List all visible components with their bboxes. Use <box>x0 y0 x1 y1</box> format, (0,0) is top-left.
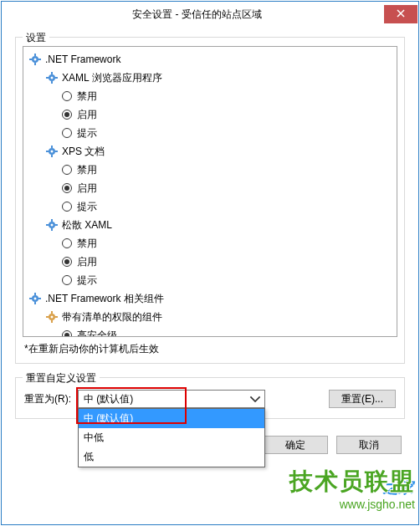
reset-combobox[interactable]: 中 (默认值) <box>78 390 265 408</box>
svg-rect-21 <box>46 224 49 226</box>
gear-icon <box>45 218 59 232</box>
svg-rect-32 <box>51 320 53 323</box>
tree-label: .NET Framework <box>45 52 120 67</box>
radio-label: 启用 <box>77 254 97 269</box>
radio-option-disable[interactable]: 禁用 <box>25 87 395 105</box>
radio-label: 提示 <box>77 199 97 214</box>
svg-rect-13 <box>51 146 53 148</box>
reset-dropdown: 中 (默认值) 中低 低 <box>78 408 265 467</box>
radio-icon <box>62 128 72 138</box>
ok-button[interactable]: 确定 <box>263 436 328 454</box>
tree-label: XPS 文档 <box>62 144 105 159</box>
window-title: 安全设置 - 受信任的站点区域 <box>10 8 384 22</box>
settings-legend: 设置 <box>23 31 49 45</box>
svg-rect-22 <box>55 224 58 226</box>
radio-option-enable[interactable]: 启用 <box>25 253 395 271</box>
svg-rect-7 <box>51 72 53 74</box>
radio-option-prompt[interactable]: 提示 <box>25 271 395 289</box>
reset-fieldset: 重置自定义设置 重置为(R): 中 (默认值) 中 (默认值) 中低 低 <box>15 377 405 419</box>
tree-label: XAML 浏览器应用程序 <box>62 70 162 85</box>
svg-rect-3 <box>29 59 32 60</box>
reset-button[interactable]: 重置(E)... <box>329 390 396 408</box>
gear-icon <box>45 310 59 324</box>
cancel-button[interactable]: 取消 <box>336 436 402 454</box>
radio-option-enable[interactable]: 启用 <box>25 179 395 197</box>
radio-icon <box>62 275 72 285</box>
svg-point-17 <box>51 151 54 153</box>
settings-tree[interactable]: .NET Framework XAML 浏览器应用程序 禁用 启用 提示 XPS… <box>23 46 397 337</box>
radio-label: 启用 <box>77 107 97 122</box>
radio-label: 禁用 <box>77 162 97 177</box>
svg-rect-10 <box>55 77 58 79</box>
radio-label: 高安全级 <box>77 328 117 337</box>
gear-icon <box>28 53 42 66</box>
tree-category-manifest[interactable]: 带有清单的权限的组件 <box>25 308 395 326</box>
radio-icon <box>62 330 72 337</box>
dropdown-option[interactable]: 低 <box>79 447 264 467</box>
tree-category-xaml-browser[interactable]: XAML 浏览器应用程序 <box>25 69 395 87</box>
restart-note: *在重新启动你的计算机后生效 <box>24 342 397 356</box>
radio-label: 启用 <box>77 181 97 196</box>
dialog-content: 设置 .NET Framework XAML 浏览器应用程序 禁用 启用 提示 <box>2 27 418 524</box>
radio-option-prompt[interactable]: 提示 <box>25 197 395 216</box>
svg-point-35 <box>51 316 54 319</box>
svg-rect-4 <box>38 59 41 60</box>
radio-icon <box>62 91 72 101</box>
svg-point-29 <box>34 298 37 300</box>
radio-icon <box>62 238 72 248</box>
reset-combo-wrap: 中 (默认值) 中 (默认值) 中低 低 <box>78 390 265 408</box>
gear-icon <box>45 71 59 84</box>
gear-icon <box>28 292 42 305</box>
radio-icon <box>62 257 72 267</box>
svg-rect-15 <box>46 151 49 152</box>
radio-icon <box>62 110 72 120</box>
svg-rect-28 <box>38 298 41 299</box>
radio-option-disable[interactable]: 禁用 <box>25 161 395 179</box>
tree-label: .NET Framework 相关组件 <box>45 291 164 306</box>
tree-label: 带有清单的权限的组件 <box>62 309 162 324</box>
svg-rect-27 <box>29 298 32 299</box>
radio-option-disable[interactable]: 禁用 <box>25 234 395 253</box>
radio-option-prompt[interactable]: 提示 <box>25 124 395 142</box>
reset-legend: 重置自定义设置 <box>23 371 100 386</box>
watermark-suffix: 之家 <box>383 477 413 498</box>
svg-rect-9 <box>46 77 49 79</box>
svg-rect-16 <box>55 151 58 152</box>
reset-row: 重置为(R): 中 (默认值) 中 (默认值) 中低 低 <box>24 390 396 408</box>
reset-label: 重置为(R): <box>24 392 71 406</box>
tree-category-net-framework[interactable]: .NET Framework <box>25 50 395 69</box>
close-button[interactable] <box>384 5 417 23</box>
radio-icon <box>62 183 72 193</box>
svg-rect-31 <box>51 311 53 314</box>
combo-value: 中 (默认值) <box>84 392 133 406</box>
dialog-window: 安全设置 - 受信任的站点区域 设置 .NET Framework <box>1 1 419 525</box>
settings-fieldset: 设置 .NET Framework XAML 浏览器应用程序 禁用 启用 提示 <box>15 37 405 364</box>
svg-point-11 <box>51 77 54 79</box>
svg-rect-25 <box>34 293 36 295</box>
tree-label: 松散 XAML <box>62 217 112 232</box>
dropdown-option[interactable]: 中低 <box>79 428 264 447</box>
svg-rect-26 <box>34 302 36 304</box>
svg-rect-33 <box>46 316 49 318</box>
radio-icon <box>62 165 72 175</box>
svg-point-5 <box>34 59 37 61</box>
radio-option-high-security[interactable]: 高安全级 <box>25 326 395 337</box>
radio-option-enable[interactable]: 启用 <box>25 105 395 124</box>
svg-rect-34 <box>55 316 58 318</box>
svg-point-23 <box>51 224 54 227</box>
svg-rect-2 <box>34 63 36 65</box>
radio-label: 禁用 <box>77 236 97 251</box>
svg-rect-14 <box>51 155 53 157</box>
dropdown-option[interactable]: 中 (默认值) <box>79 409 264 428</box>
tree-category-loose-xaml[interactable]: 松散 XAML <box>25 216 395 234</box>
tree-category-xps-docs[interactable]: XPS 文档 <box>25 142 395 161</box>
gear-icon <box>45 145 59 158</box>
chevron-down-icon <box>249 393 261 405</box>
radio-label: 禁用 <box>77 89 97 104</box>
titlebar: 安全设置 - 受信任的站点区域 <box>2 2 418 27</box>
svg-rect-1 <box>34 54 36 56</box>
tree-category-net-components[interactable]: .NET Framework 相关组件 <box>25 289 395 308</box>
radio-label: 提示 <box>77 125 97 140</box>
close-icon <box>397 8 405 20</box>
svg-rect-8 <box>51 81 53 84</box>
